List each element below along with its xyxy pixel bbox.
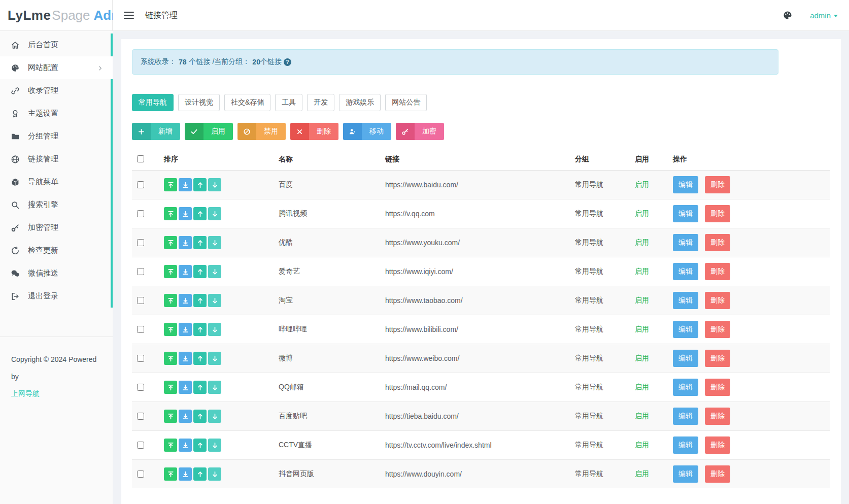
arrow-to-top-button[interactable] bbox=[164, 294, 177, 307]
arrow-down-button[interactable] bbox=[208, 439, 221, 452]
arrow-down-button[interactable] bbox=[208, 323, 221, 336]
category-tab[interactable]: 游戏娱乐 bbox=[339, 94, 381, 111]
question-icon[interactable]: ? bbox=[284, 58, 291, 66]
toolbar-button[interactable]: 加密 bbox=[396, 123, 444, 140]
arrow-down-button[interactable] bbox=[208, 178, 221, 191]
row-checkbox[interactable] bbox=[137, 210, 144, 217]
sidebar-item[interactable]: 退出登录 bbox=[0, 285, 113, 308]
arrow-to-bottom-button[interactable] bbox=[179, 467, 192, 481]
sidebar-item[interactable]: 链接管理 bbox=[0, 148, 113, 171]
row-checkbox[interactable] bbox=[137, 181, 144, 188]
toolbar-button[interactable]: 禁用 bbox=[237, 123, 286, 140]
arrow-to-top-button[interactable] bbox=[164, 381, 177, 394]
edit-button[interactable]: 编辑 bbox=[673, 292, 698, 309]
edit-button[interactable]: 编辑 bbox=[673, 350, 698, 367]
delete-button[interactable]: 删除 bbox=[705, 234, 730, 251]
arrow-up-button[interactable] bbox=[193, 439, 207, 452]
toolbar-button[interactable]: 移动 bbox=[343, 123, 391, 140]
arrow-up-button[interactable] bbox=[193, 207, 207, 220]
delete-button[interactable]: 删除 bbox=[705, 408, 730, 425]
row-checkbox[interactable] bbox=[137, 326, 144, 333]
sidebar-item[interactable]: 导航菜单 bbox=[0, 171, 113, 193]
palette-icon[interactable] bbox=[783, 10, 793, 20]
arrow-to-top-button[interactable] bbox=[164, 178, 177, 191]
user-dropdown[interactable]: admin bbox=[810, 11, 838, 20]
delete-button[interactable]: 删除 bbox=[705, 379, 730, 396]
sidebar-item[interactable]: 后台首页 bbox=[0, 33, 113, 56]
arrow-to-top-button[interactable] bbox=[164, 352, 177, 365]
arrow-down-button[interactable] bbox=[208, 265, 221, 278]
arrow-to-bottom-button[interactable] bbox=[179, 178, 192, 191]
sidebar-item[interactable]: 网站配置 bbox=[0, 56, 113, 79]
category-tab[interactable]: 设计视觉 bbox=[178, 94, 220, 111]
arrow-to-top-button[interactable] bbox=[164, 265, 177, 278]
sidebar-item[interactable]: 分组管理 bbox=[0, 125, 113, 148]
arrow-down-button[interactable] bbox=[208, 410, 221, 423]
delete-button[interactable]: 删除 bbox=[705, 321, 730, 338]
category-tab[interactable]: 工具 bbox=[275, 94, 302, 111]
arrow-to-bottom-button[interactable] bbox=[179, 352, 192, 365]
arrow-down-button[interactable] bbox=[208, 294, 221, 307]
arrow-to-top-button[interactable] bbox=[164, 439, 177, 452]
arrow-to-bottom-button[interactable] bbox=[179, 207, 192, 220]
row-checkbox[interactable] bbox=[137, 268, 144, 275]
row-checkbox[interactable] bbox=[137, 413, 144, 420]
sidebar-item[interactable]: 搜索引擎 bbox=[0, 193, 113, 216]
sidebar-item[interactable]: 主题设置 bbox=[0, 102, 113, 125]
arrow-up-button[interactable] bbox=[193, 467, 207, 481]
delete-button[interactable]: 删除 bbox=[705, 465, 730, 483]
arrow-up-button[interactable] bbox=[193, 178, 207, 191]
arrow-to-top-button[interactable] bbox=[164, 323, 177, 336]
arrow-to-bottom-button[interactable] bbox=[179, 236, 192, 249]
arrow-to-bottom-button[interactable] bbox=[179, 323, 192, 336]
delete-button[interactable]: 删除 bbox=[705, 350, 730, 367]
row-checkbox[interactable] bbox=[137, 471, 144, 478]
arrow-to-bottom-button[interactable] bbox=[179, 410, 192, 423]
arrow-up-button[interactable] bbox=[193, 294, 207, 307]
row-checkbox[interactable] bbox=[137, 384, 144, 391]
arrow-up-button[interactable] bbox=[193, 352, 207, 365]
category-tab[interactable]: 社交&存储 bbox=[224, 94, 270, 111]
arrow-down-button[interactable] bbox=[208, 236, 221, 249]
row-checkbox[interactable] bbox=[137, 355, 144, 362]
edit-button[interactable]: 编辑 bbox=[673, 379, 698, 396]
category-tab[interactable]: 开发 bbox=[307, 94, 334, 111]
sidebar-item[interactable]: 收录管理 bbox=[0, 79, 113, 102]
row-checkbox[interactable] bbox=[137, 442, 144, 449]
edit-button[interactable]: 编辑 bbox=[673, 321, 698, 338]
delete-button[interactable]: 删除 bbox=[705, 205, 730, 222]
arrow-up-button[interactable] bbox=[193, 323, 207, 336]
edit-button[interactable]: 编辑 bbox=[673, 205, 698, 222]
arrow-up-button[interactable] bbox=[193, 410, 207, 423]
edit-button[interactable]: 编辑 bbox=[673, 263, 698, 280]
toolbar-button[interactable]: 删除 bbox=[290, 123, 338, 140]
arrow-up-button[interactable] bbox=[193, 236, 207, 249]
arrow-down-button[interactable] bbox=[208, 381, 221, 394]
delete-button[interactable]: 删除 bbox=[705, 436, 730, 454]
edit-button[interactable]: 编辑 bbox=[673, 234, 698, 251]
edit-button[interactable]: 编辑 bbox=[673, 408, 698, 425]
arrow-up-button[interactable] bbox=[193, 265, 207, 278]
category-tab[interactable]: 网站公告 bbox=[385, 94, 427, 111]
arrow-to-bottom-button[interactable] bbox=[179, 381, 192, 394]
arrow-to-bottom-button[interactable] bbox=[179, 294, 192, 307]
sidebar-item[interactable]: 检查更新 bbox=[0, 239, 113, 262]
arrow-up-button[interactable] bbox=[193, 381, 207, 394]
edit-button[interactable]: 编辑 bbox=[673, 465, 698, 483]
delete-button[interactable]: 删除 bbox=[705, 292, 730, 309]
arrow-to-top-button[interactable] bbox=[164, 410, 177, 423]
select-all-checkbox[interactable] bbox=[137, 155, 144, 162]
copyright-link[interactable]: 上网导航 bbox=[11, 385, 101, 402]
row-checkbox[interactable] bbox=[137, 297, 144, 304]
arrow-down-button[interactable] bbox=[208, 207, 221, 220]
arrow-to-bottom-button[interactable] bbox=[179, 265, 192, 278]
delete-button[interactable]: 删除 bbox=[705, 176, 730, 193]
edit-button[interactable]: 编辑 bbox=[673, 176, 698, 193]
sidebar-item[interactable]: 加密管理 bbox=[0, 216, 113, 239]
arrow-down-button[interactable] bbox=[208, 352, 221, 365]
arrow-to-top-button[interactable] bbox=[164, 207, 177, 220]
toolbar-button[interactable]: 新增 bbox=[132, 123, 180, 140]
arrow-down-button[interactable] bbox=[208, 467, 221, 481]
sidebar-item[interactable]: 微信推送 bbox=[0, 262, 113, 285]
edit-button[interactable]: 编辑 bbox=[673, 436, 698, 454]
